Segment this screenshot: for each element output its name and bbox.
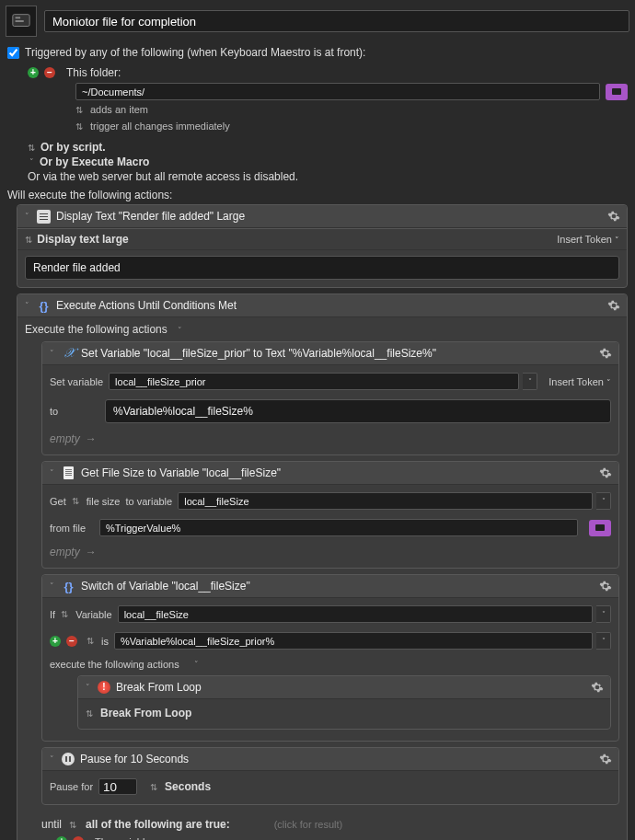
pause-unit-selector[interactable]: Seconds [165,780,211,793]
folder-label: This folder: [66,66,121,79]
svg-rect-2 [16,20,24,22]
dropdown-caret-icon[interactable]: ˅ [596,492,611,510]
action-loop-until[interactable]: ˅ {} Execute Actions Until Conditions Me… [17,293,628,840]
add-condition-button[interactable]: + [50,636,61,647]
gear-icon[interactable] [606,209,621,224]
from-file-label: from file [50,523,94,534]
macro-title-input[interactable] [44,10,629,32]
gear-icon[interactable] [598,466,613,480]
execute-actions-label: Execute the following actions [25,323,167,336]
folder-picker-button[interactable] [606,84,628,100]
warning-icon: ! [98,681,110,694]
disclosure-icon[interactable]: ˅ [48,468,56,478]
gear-icon[interactable] [598,346,613,361]
stepper-icon[interactable] [28,143,35,153]
macro-icon [6,6,37,37]
to-value-area[interactable]: %Variable%local__fileSize% [105,399,611,423]
remove-condition-button[interactable]: − [66,636,77,647]
stepper-icon[interactable] [75,105,83,115]
stepper-icon[interactable] [61,609,68,619]
folder-path-input[interactable] [75,83,600,100]
switch-variable-input[interactable] [118,605,593,623]
remove-trigger-button[interactable]: − [44,67,55,78]
action-title: Pause for 10 Seconds [80,753,593,765]
action-display-text-1[interactable]: ˅ Display Text "Render file added" Large… [17,204,628,288]
file-picker-button[interactable] [589,520,611,536]
will-execute-label: Will execute the following actions: [7,189,172,201]
chevron-down-icon[interactable]: ˅ [192,660,201,669]
action-get-file-size[interactable]: ˅ Get File Size to Variable "local__file… [41,461,619,569]
gear-icon[interactable] [590,680,605,695]
adds-item-label[interactable]: adds an item [90,104,148,115]
action-title: Execute Actions Until Conditions Met [56,299,601,312]
stepper-icon[interactable] [25,235,32,245]
insert-token-button[interactable]: Insert Token ˅ [557,234,619,245]
arrow-right-icon: → [86,432,97,445]
variable-selector[interactable]: Variable [75,609,112,620]
disclosure-icon[interactable]: ˅ [23,301,31,310]
pause-for-label: Pause for [50,781,93,792]
gear-icon[interactable] [606,298,621,313]
disclosure-icon[interactable]: ˅ [23,212,31,221]
stepper-icon[interactable] [87,636,94,646]
add-until-condition-button[interactable]: + [56,836,67,840]
action-pause[interactable]: ˅ Pause for 10 Seconds Pause for Seconds [41,747,619,805]
trigger-changes-label[interactable]: trigger all changes immediately [90,121,230,132]
document-icon [62,466,75,480]
set-variable-label: Set variable [50,376,103,387]
disclosure-icon[interactable]: ˅ [48,754,56,764]
dropdown-caret-icon[interactable]: ˅ [596,605,611,623]
disclosure-icon[interactable]: ˅ [84,683,92,692]
pause-value-input[interactable] [98,778,137,795]
remove-until-condition-button[interactable]: − [73,836,84,840]
break-sub-label[interactable]: Break From Loop [100,707,191,719]
action-switch[interactable]: ˅ {} Switch of Variable "local__fileSize… [41,574,619,742]
insert-token-button[interactable]: Insert Token ˅ [548,376,611,387]
disclosure-icon[interactable]: ˅ [48,349,56,358]
braces-icon: {} [62,580,75,593]
gear-icon[interactable] [598,752,613,766]
disclosure-icon[interactable]: ˅ [48,581,56,591]
execute-actions-label: execute the following actions [50,659,179,670]
dropdown-caret-icon[interactable]: ˅ [596,632,611,650]
variable-name-input[interactable] [109,373,519,390]
action-title: Get File Size to Variable "local__fileSi… [81,466,593,479]
stepper-icon[interactable] [75,121,83,132]
stepper-icon[interactable] [69,820,76,830]
variable-name-input[interactable] [178,492,593,510]
action-break-loop[interactable]: ˅ ! Break From Loop Break From Loop [77,675,611,730]
empty-label: empty [50,546,80,558]
text-icon [37,210,51,224]
click-for-result[interactable]: (click for result) [274,819,343,830]
get-label: Get [50,496,66,507]
trigger-enabled-checkbox[interactable] [7,47,19,59]
is-value-input[interactable] [114,632,593,650]
action-title: Break From Loop [116,681,584,694]
add-trigger-button[interactable]: + [28,67,39,78]
or-by-script[interactable]: Or by script. [40,141,106,154]
stepper-icon[interactable] [150,782,157,792]
until-condition-selector[interactable]: all of the following are true: [86,818,230,831]
svg-rect-1 [16,17,20,18]
braces-icon: {} [37,299,51,313]
action-set-variable[interactable]: ˅ 𝒳 Set Variable "local__fileSize_prior"… [41,341,619,455]
stepper-icon[interactable] [72,496,79,506]
if-label: If [50,609,55,620]
chevron-down-icon[interactable]: ˅ [176,326,184,335]
or-execute-macro[interactable]: Or by Execute Macro [40,155,149,168]
gear-icon[interactable] [598,579,613,593]
file-size-selector[interactable]: file size [87,496,121,507]
display-text-area[interactable]: Render file added [25,256,619,280]
display-sub-label[interactable]: Display text large [37,233,128,246]
empty-label: empty [50,432,80,445]
from-file-input[interactable] [99,519,578,536]
or-web-server: Or via the web server but all remote acc… [28,170,298,183]
is-label[interactable]: is [101,636,109,647]
arrow-right-icon: → [86,546,97,558]
action-title: Switch of Variable "local__fileSize" [81,580,593,593]
dropdown-caret-icon[interactable]: ˅ [523,373,537,390]
disclosure-icon[interactable]: ˅ [28,157,36,167]
stepper-icon[interactable] [86,708,93,719]
pause-icon [62,753,75,765]
trigger-label: Triggered by any of the following (when … [25,46,365,59]
